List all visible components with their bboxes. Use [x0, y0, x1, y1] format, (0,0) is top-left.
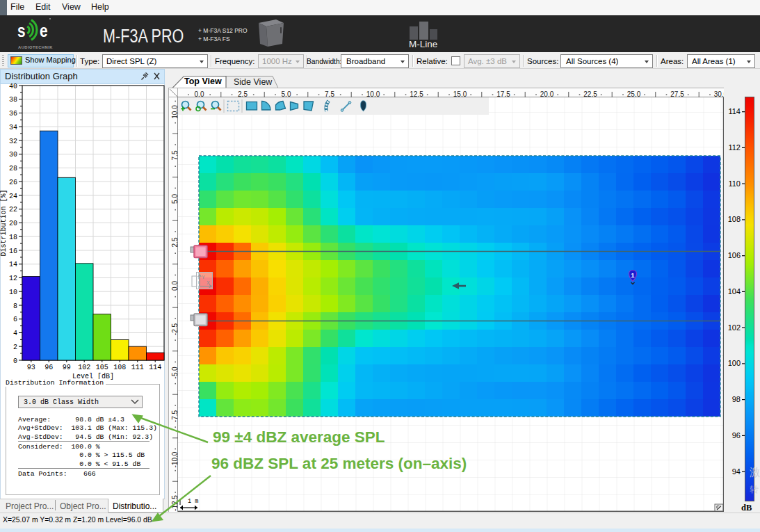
svg-text:10: 10 [9, 289, 17, 296]
svg-text:96: 96 [45, 364, 53, 371]
svg-text:104: 104 [728, 287, 741, 296]
svg-text:6: 6 [13, 316, 17, 323]
svg-text:-7.5: -7.5 [171, 410, 179, 422]
svg-text:X: X [207, 280, 210, 286]
svg-text:98: 98 [732, 395, 741, 403]
svg-text:26: 26 [9, 179, 17, 186]
svg-text:0.0: 0.0 [195, 90, 204, 98]
svg-text:1 m: 1 m [188, 498, 198, 505]
svg-text:106: 106 [728, 251, 741, 259]
svg-text:7.5: 7.5 [171, 150, 179, 160]
svg-text:16: 16 [9, 248, 17, 255]
svg-text:102: 102 [728, 323, 741, 332]
svg-text:2.5: 2.5 [238, 90, 248, 98]
svg-text:108: 108 [113, 364, 126, 371]
svg-text:-12.5: -12.5 [171, 495, 179, 511]
svg-text:34: 34 [9, 124, 17, 131]
svg-text:96: 96 [732, 431, 741, 440]
svg-text:20: 20 [9, 220, 17, 227]
svg-text:1: 1 [631, 271, 635, 279]
svg-text:36: 36 [9, 110, 17, 118]
svg-text:30: 30 [9, 151, 17, 159]
svg-text:32: 32 [9, 138, 17, 145]
svg-text:-5.0: -5.0 [171, 366, 179, 379]
svg-text:110: 110 [728, 179, 741, 188]
svg-text:20.0: 20.0 [540, 90, 554, 98]
svg-text:28: 28 [9, 165, 17, 172]
svg-text:-2.5: -2.5 [171, 323, 179, 335]
svg-text:108: 108 [728, 215, 741, 223]
svg-text:0.0: 0.0 [171, 281, 179, 291]
svg-text:17.5: 17.5 [496, 90, 510, 98]
svg-text:-10.0: -10.0 [171, 451, 179, 467]
svg-text:38: 38 [9, 96, 17, 104]
svg-text:15.0: 15.0 [453, 90, 467, 98]
svg-text:94: 94 [732, 467, 741, 476]
svg-text:5.0: 5.0 [171, 194, 179, 204]
svg-text:10.0: 10.0 [171, 105, 179, 119]
svg-text:22: 22 [9, 206, 17, 213]
svg-text:7.5: 7.5 [325, 90, 334, 98]
svg-text:99: 99 [63, 364, 71, 371]
svg-text:Distribution [%]: Distribution [%] [0, 189, 8, 256]
svg-text:Y: Y [202, 274, 205, 280]
svg-text:27.5: 27.5 [670, 90, 684, 98]
svg-text:100: 100 [728, 359, 741, 367]
svg-text:12.5: 12.5 [410, 90, 423, 98]
svg-text:10.0: 10.0 [366, 90, 380, 98]
svg-text:14: 14 [9, 261, 17, 268]
svg-text:112: 112 [728, 143, 741, 152]
svg-text:2: 2 [13, 344, 17, 351]
svg-text:93: 93 [27, 364, 35, 371]
svg-text:105: 105 [96, 364, 108, 371]
svg-text:22.5: 22.5 [583, 90, 597, 98]
svg-text:18: 18 [9, 234, 17, 241]
svg-text:111: 111 [131, 364, 144, 371]
svg-text:2.5: 2.5 [171, 237, 179, 247]
svg-text:102: 102 [78, 364, 90, 371]
svg-text:114: 114 [728, 107, 741, 115]
svg-text:114: 114 [149, 364, 161, 371]
svg-text:12: 12 [9, 275, 17, 282]
svg-text:40: 40 [9, 83, 17, 90]
svg-text:30.0: 30.0 [714, 90, 724, 98]
svg-text:8: 8 [13, 303, 17, 310]
svg-text:5.0: 5.0 [282, 90, 291, 98]
svg-text:4: 4 [13, 330, 17, 337]
svg-text:0: 0 [13, 357, 17, 365]
svg-text:24: 24 [9, 193, 17, 200]
svg-text:25.0: 25.0 [627, 90, 641, 98]
